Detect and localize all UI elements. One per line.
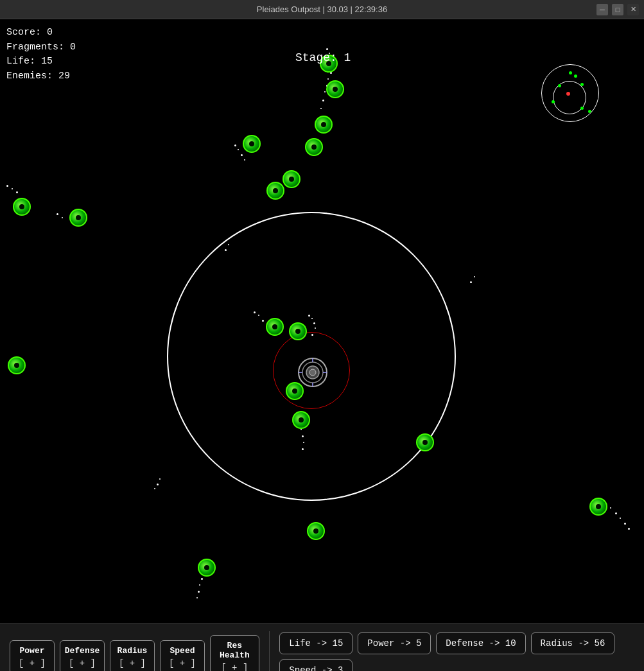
upgrade-panel: Power [ + ] Defense [ + ] Radius [ + ] S… <box>10 635 259 671</box>
stats-panel: Life -> 15 Power -> 5 Defense -> 10 Radi… <box>279 632 634 671</box>
enemy <box>289 322 307 340</box>
particle <box>238 149 239 150</box>
particle <box>228 244 229 245</box>
particle <box>254 311 256 313</box>
res-health-action: [ + ] <box>221 663 248 671</box>
particle <box>327 78 329 80</box>
particle <box>322 100 324 101</box>
particle <box>470 281 472 283</box>
enemy <box>416 433 434 451</box>
particle <box>624 523 626 525</box>
enemy <box>283 170 300 188</box>
minimap-enemy <box>558 84 561 87</box>
stage-label: Stage: 1 <box>295 51 351 64</box>
power-stat-badge: Power -> 5 <box>358 632 431 654</box>
particle <box>324 91 326 92</box>
power-upgrade-button[interactable]: Power [ + ] <box>10 640 55 672</box>
particle <box>159 478 161 480</box>
radius-upgrade-button[interactable]: Radius [ + ] <box>110 640 155 672</box>
fragments-display: Fragments: 0 <box>6 40 76 55</box>
particle <box>320 108 322 109</box>
particle <box>303 442 304 443</box>
particle <box>311 318 313 319</box>
particle <box>244 159 245 161</box>
enemy <box>69 209 87 227</box>
res-health-upgrade-button[interactable]: Res Health [ + ] <box>210 635 259 671</box>
particle <box>615 512 617 514</box>
minimap-enemy <box>588 110 591 113</box>
enemy <box>326 80 344 98</box>
enemy <box>266 318 284 336</box>
particle <box>262 320 264 322</box>
particle <box>326 48 328 50</box>
speed-action: [ + ] <box>169 658 196 668</box>
power-label: Power <box>19 646 44 656</box>
speed-stat-badge: Speed -> 3 <box>279 659 352 671</box>
titlebar-title: Pleiades Outpost | 30.03 | 22:39:36 <box>257 4 387 14</box>
speed-upgrade-button[interactable]: Speed [ + ] <box>160 640 205 672</box>
particle <box>201 578 203 580</box>
minimap-enemy <box>552 100 555 103</box>
radius-stat-badge: Radius -> 56 <box>531 632 615 654</box>
minimap <box>541 64 599 122</box>
minimap-enemy <box>580 83 584 86</box>
enemy <box>589 498 607 516</box>
radius-label: Radius <box>117 646 148 656</box>
minimize-button[interactable]: ─ <box>596 4 608 15</box>
particle <box>311 334 313 336</box>
particle <box>199 584 200 586</box>
particle <box>610 507 611 509</box>
bottom-panel: Power [ + ] Defense [ + ] Radius [ + ] S… <box>0 623 644 671</box>
particle <box>315 327 316 329</box>
enemies-display: Enemies: 29 <box>6 69 76 84</box>
titlebar-controls: ─ □ ✕ <box>596 4 639 15</box>
svg-point-3 <box>309 369 316 376</box>
minimap-enemy <box>574 74 577 78</box>
enemy <box>292 411 310 429</box>
enemy <box>243 135 261 153</box>
particle <box>16 191 18 193</box>
minimap-player <box>566 92 570 96</box>
life-stat-badge: Life -> 15 <box>279 632 352 654</box>
particle <box>57 213 58 215</box>
enemy <box>13 198 31 216</box>
particle <box>225 249 227 251</box>
res-health-label: Res Health <box>217 641 252 660</box>
enemy <box>266 182 284 200</box>
particle <box>234 144 236 146</box>
particle <box>241 154 243 156</box>
particle <box>198 591 200 593</box>
particle <box>313 322 315 324</box>
defense-action: [ + ] <box>69 658 96 668</box>
game-area: Score: 0 Fragments: 0 Life: 15 Enemies: … <box>0 19 644 623</box>
maximize-button[interactable]: □ <box>612 4 623 15</box>
minimap-enemy <box>569 71 572 74</box>
particle <box>302 448 304 450</box>
minimap-enemy <box>580 107 584 110</box>
power-action: [ + ] <box>19 658 46 668</box>
particle <box>308 315 310 317</box>
hud-stats: Score: 0 Fragments: 0 Life: 15 Enemies: … <box>6 26 76 83</box>
enemy <box>307 522 325 540</box>
titlebar: Pleiades Outpost | 30.03 | 22:39:36 ─ □ … <box>0 0 644 19</box>
defense-label: Defense <box>65 646 100 656</box>
enemy <box>8 356 26 374</box>
particle <box>258 315 259 316</box>
speed-label: Speed <box>170 646 195 656</box>
player-ship <box>297 356 329 388</box>
radius-action: [ + ] <box>119 658 146 668</box>
defense-upgrade-button[interactable]: Defense [ + ] <box>60 640 105 672</box>
particle <box>628 528 630 530</box>
particle <box>12 188 13 189</box>
particle <box>300 429 302 430</box>
particle <box>196 597 198 598</box>
particle <box>154 488 155 489</box>
enemy <box>198 559 216 577</box>
particle <box>302 435 304 437</box>
particle <box>474 276 475 277</box>
score-display: Score: 0 <box>6 26 76 40</box>
defense-stat-badge: Defense -> 10 <box>436 632 525 654</box>
enemy <box>305 138 323 156</box>
particle <box>157 484 159 485</box>
close-button[interactable]: ✕ <box>627 4 639 15</box>
